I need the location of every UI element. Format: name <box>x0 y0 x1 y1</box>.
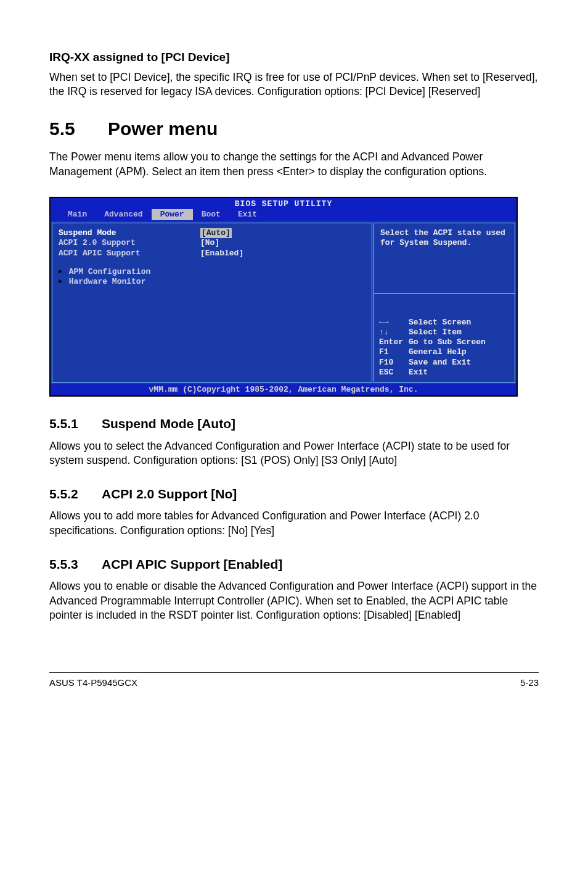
triangle-right-icon: ▶ <box>59 268 63 276</box>
heading-text: Suspend Mode [Auto] <box>102 416 235 431</box>
footer-product: ASUS T4-P5945GCX <box>49 677 137 689</box>
bios-submenu-label: APM Configuration <box>69 267 151 277</box>
heading-553: 5.5.3ACPI APIC Support [Enabled] <box>49 556 539 573</box>
bios-tab-boot[interactable]: Boot <box>193 209 229 220</box>
heading-irq: IRQ-XX assigned to [PCI Device] <box>49 49 539 65</box>
key-desc: Select Screen <box>409 318 471 327</box>
bios-help-text: Select the ACPI state used for System Su… <box>374 223 515 294</box>
key-name: F10 <box>379 358 409 368</box>
bios-item-value: [Auto] <box>200 228 232 238</box>
bios-submenu-label: Hardware Monitor <box>69 277 146 287</box>
key-desc: Go to Sub Screen <box>409 337 486 347</box>
heading-551: 5.5.1Suspend Mode [Auto] <box>49 415 539 432</box>
key-row: F10Save and Exit <box>379 358 510 368</box>
bios-header: BIOS SETUP UTILITY Main Advanced Power B… <box>51 198 517 222</box>
heading-number: 5.5.2 <box>49 485 102 503</box>
key-row: EnterGo to Sub Screen <box>379 337 510 347</box>
para-553: Allows you to enable or disable the Adva… <box>49 579 539 623</box>
para-irq: When set to [PCI Device], the specific I… <box>49 70 539 99</box>
key-name: ←→ <box>379 318 409 328</box>
key-row: ESCExit <box>379 368 510 377</box>
bios-tab-main[interactable]: Main <box>59 209 96 220</box>
key-desc: Exit <box>409 368 428 377</box>
heading-number: 5.5.3 <box>49 556 102 573</box>
key-name: Enter <box>379 337 409 347</box>
bios-tabs: Main Advanced Power Boot Exit <box>51 209 517 221</box>
bios-title: BIOS SETUP UTILITY <box>51 199 517 209</box>
bios-item-label: ACPI APIC Support <box>59 249 200 258</box>
spacer <box>59 258 365 267</box>
key-desc: Save and Exit <box>409 358 471 367</box>
page-footer: ASUS T4-P5945GCX 5-23 <box>49 672 539 689</box>
heading-power-menu: 5.5Power menu <box>49 117 539 142</box>
bios-submenu-hwmonitor[interactable]: ▶ Hardware Monitor <box>59 277 365 287</box>
bios-screenshot: BIOS SETUP UTILITY Main Advanced Power B… <box>49 197 518 397</box>
heading-number: 5.5 <box>49 117 108 142</box>
bios-tab-advanced[interactable]: Advanced <box>96 209 151 220</box>
bios-side-panel: Select the ACPI state used for System Su… <box>374 223 515 383</box>
heading-number: 5.5.1 <box>49 415 102 432</box>
bios-item-suspend-mode[interactable]: Suspend Mode [Auto] <box>59 228 365 238</box>
bios-item-value: [No] <box>200 238 219 248</box>
bios-body: Suspend Mode [Auto] ACPI 2.0 Support [No… <box>51 221 517 384</box>
bios-item-acpi20[interactable]: ACPI 2.0 Support [No] <box>59 238 365 248</box>
bios-item-value: [Enabled] <box>200 249 243 258</box>
key-name: ESC <box>379 368 409 377</box>
bios-footer: vMM.mm (C)Copyright 1985-2002, American … <box>51 384 517 395</box>
para-power-intro: The Power menu items allow you to change… <box>49 150 539 179</box>
key-name: ↑↓ <box>379 328 409 337</box>
triangle-right-icon: ▶ <box>59 278 63 286</box>
heading-552: 5.5.2ACPI 2.0 Support [No] <box>49 485 539 503</box>
key-desc: General Help <box>409 347 467 357</box>
para-551: Allows you to select the Advanced Config… <box>49 439 539 468</box>
para-552: Allows you to add more tables for Advanc… <box>49 509 539 538</box>
bios-item-label: Suspend Mode <box>59 228 200 238</box>
bios-tab-power[interactable]: Power <box>152 209 193 220</box>
heading-text: ACPI APIC Support [Enabled] <box>102 557 282 571</box>
bios-item-acpi-apic[interactable]: ACPI APIC Support [Enabled] <box>59 249 365 258</box>
bios-key-legend: ←→Select Screen ↑↓Select Item EnterGo to… <box>374 294 515 383</box>
key-row: ←→Select Screen <box>379 318 510 328</box>
footer-page-number: 5-23 <box>520 677 539 689</box>
bios-item-label: ACPI 2.0 Support <box>59 238 200 248</box>
key-name: F1 <box>379 347 409 357</box>
key-row: ↑↓Select Item <box>379 328 510 337</box>
bios-main-panel: Suspend Mode [Auto] ACPI 2.0 Support [No… <box>52 223 372 383</box>
heading-text: ACPI 2.0 Support [No] <box>102 487 237 501</box>
key-row: F1General Help <box>379 347 510 357</box>
bios-submenu-apm[interactable]: ▶ APM Configuration <box>59 267 365 277</box>
heading-text: Power menu <box>108 118 218 139</box>
bios-tab-exit[interactable]: Exit <box>229 209 266 220</box>
key-desc: Select Item <box>409 328 462 337</box>
